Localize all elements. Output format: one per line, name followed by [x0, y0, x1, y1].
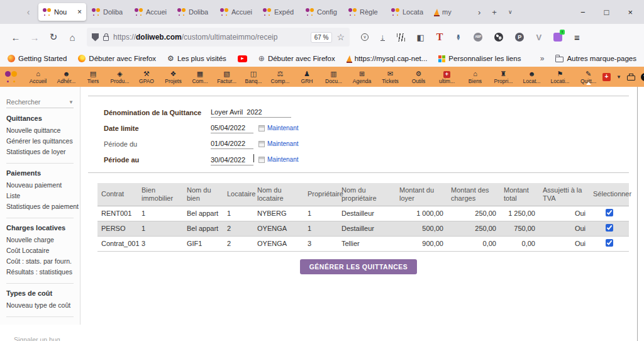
sidebar-search[interactable]: ▼ [6, 98, 74, 108]
menu-agenda[interactable]: ⊞Agenda [348, 70, 376, 84]
periode-au-input[interactable] [211, 155, 253, 165]
sidebar-item-cout-locataire[interactable]: Coût Locataire [6, 245, 74, 256]
spheres-extension-icon[interactable] [494, 33, 503, 42]
eyedropper-icon[interactable]: ✒ [453, 34, 463, 41]
menu-products[interactable]: ◈Produ... [106, 70, 134, 84]
menu-rentals[interactable]: ⚑Locati... [546, 70, 574, 84]
other-bookmarks[interactable]: Autres marque-pages [555, 55, 636, 62]
browser-tab[interactable]: my [430, 3, 471, 21]
bookmark-item[interactable]: Personnaliser les liens [438, 55, 521, 62]
url-text[interactable]: https://doliweb.com/custom/ultimateimmo/… [113, 33, 306, 42]
p-extension-icon[interactable]: P [515, 33, 524, 42]
browser-tab[interactable]: Accuei [216, 3, 257, 21]
menu-documents[interactable]: ▥Docu... [319, 70, 348, 84]
maximize-icon[interactable]: □ [604, 8, 609, 17]
browser-tab[interactable]: Expéd [258, 3, 300, 21]
bookmark-item[interactable]: Débuter avec Firefox [78, 55, 156, 62]
calendar-icon[interactable] [258, 125, 265, 131]
report-bug-link[interactable]: Signaler un bug [6, 336, 74, 341]
select-row-checkbox[interactable] [606, 224, 613, 232]
browser-tab-active[interactable]: Nou × [38, 3, 86, 21]
menu-home[interactable]: ⌂Accueil [24, 70, 52, 84]
menu-mrp[interactable]: ⚒GPAO [134, 70, 159, 84]
print-icon[interactable] [627, 75, 635, 81]
menu-tools[interactable]: ⚙Outils [404, 70, 433, 84]
menu-ultimateimmo[interactable]: +ultim... [433, 70, 461, 84]
menu-hrm[interactable]: ♟GRH [294, 70, 319, 84]
reload-icon[interactable]: ↻ [44, 31, 63, 43]
menu-receipts[interactable]: ✎Quitt... [574, 70, 602, 84]
now-link[interactable]: Maintenant [267, 125, 298, 131]
menu-properties[interactable]: ⌂Biens [461, 70, 489, 84]
generate-receipts-button[interactable]: GÉNÉRER LES QUITTANCES [300, 259, 418, 274]
menu-thirdparties[interactable]: ▤Tiers [80, 70, 106, 84]
page-scrollbar[interactable] [637, 87, 638, 341]
browser-tab[interactable]: Accuei [130, 3, 172, 21]
menu-accountancy[interactable]: ⚖Comp... [266, 70, 294, 84]
denomination-input[interactable] [211, 108, 291, 118]
home-icon[interactable]: ⌂ [63, 32, 82, 43]
periode-du-input[interactable] [211, 139, 253, 149]
bookmark-item[interactable] [238, 55, 247, 62]
now-link[interactable]: Maintenant [267, 140, 298, 147]
menu-hamburger-icon[interactable]: ≡ [574, 32, 580, 43]
calendar-icon[interactable] [258, 141, 265, 147]
sidebar-item-stats-paiement[interactable]: Statistiques de paiement [6, 201, 74, 212]
sidebar-item-cout-stats-fourn[interactable]: Coût : stats. par fourn. [6, 256, 74, 267]
tab-scroll-left-icon[interactable]: ‹ [24, 7, 33, 17]
menu-tickets[interactable]: ✉Tickets [376, 70, 404, 84]
sidebar-item-liste[interactable]: Liste [6, 191, 74, 201]
browser-tab[interactable]: Config [301, 3, 343, 21]
menu-tenants[interactable]: ☻Locat... [518, 70, 546, 84]
tab-scroll-right-icon[interactable]: › [478, 8, 480, 17]
bookmark-item[interactable]: ⚙Les plus visités [167, 55, 226, 62]
menu-commerce[interactable]: ▦Com... [187, 70, 213, 84]
bookmark-item[interactable]: ⊕Débuter avec Firefox [258, 55, 335, 62]
lock-icon[interactable] [103, 36, 109, 41]
v-extension-icon[interactable]: V [536, 33, 541, 42]
sidebar-item-resultats-stats[interactable]: Résultats : statistiques [6, 267, 74, 277]
tab-close-icon[interactable]: × [77, 8, 82, 16]
close-icon[interactable]: × [628, 8, 633, 17]
zoom-level-chip[interactable]: 67 % [311, 32, 333, 43]
pocket-icon[interactable]: ∨ [361, 33, 369, 41]
text-extension-icon[interactable]: T [436, 31, 443, 43]
notification-extension-icon[interactable] [553, 33, 562, 42]
browser-tab[interactable]: Doliba [173, 3, 214, 21]
forward-icon[interactable]: → [25, 32, 44, 43]
bookmark-item[interactable]: https://mysql.cap-net... [347, 55, 428, 62]
sidebar-item-generer-quittances[interactable]: Générer les quittances [6, 136, 74, 147]
sidebar-item-nouvelle-quittance[interactable]: Nouvelle quittance [6, 125, 74, 136]
tracking-protection-shield-icon[interactable] [92, 33, 99, 42]
minimize-icon[interactable]: − [580, 8, 586, 17]
adblock-icon[interactable]: ABP [474, 33, 482, 42]
downloads-icon[interactable]: ↓ [380, 33, 385, 41]
url-bar[interactable]: https://doliweb.com/custom/ultimateimmo/… [87, 28, 350, 47]
select-row-checkbox[interactable] [606, 209, 613, 216]
now-link[interactable]: Maintenant [267, 156, 298, 163]
back-icon[interactable]: ← [6, 32, 25, 43]
menu-owners[interactable]: ♜Propri... [489, 70, 518, 84]
search-input[interactable] [6, 98, 63, 106]
help-icon[interactable]: ? [641, 73, 644, 81]
sidebar-toggle-icon[interactable]: ◧ [417, 33, 425, 42]
date-limite-input[interactable] [211, 123, 253, 133]
sidebar-item-stats-loyer[interactable]: Statistiques de loyer [6, 147, 74, 157]
menu-billing[interactable]: ▧Factur... [213, 70, 241, 84]
browser-tab[interactable]: Règle [344, 3, 386, 21]
menu-members[interactable]: ☻Adhér... [52, 70, 80, 84]
browser-tab[interactable]: Locata [387, 3, 428, 21]
language-flag-icon[interactable]: + [602, 73, 611, 81]
bookmarks-overflow-icon[interactable]: » [540, 54, 545, 63]
sidebar-item-nouveau-type-cout[interactable]: Nouveau type de coût [6, 300, 74, 311]
menu-bank[interactable]: ◫Banq... [241, 70, 266, 84]
menu-projects[interactable]: ❖Projets [159, 70, 187, 84]
calendar-icon[interactable] [258, 157, 265, 163]
sidebar-item-nouvelle-charge[interactable]: Nouvelle charge [6, 235, 74, 245]
browser-tab[interactable]: Doliba [87, 3, 129, 21]
library-icon[interactable] [397, 33, 405, 42]
new-tab-icon[interactable]: + [492, 8, 497, 17]
list-tabs-icon[interactable]: ∨ [508, 9, 513, 15]
bookmark-item[interactable]: Getting Started [8, 55, 67, 62]
sidebar-item-nouveau-paiement[interactable]: Nouveau paiement [6, 180, 74, 191]
